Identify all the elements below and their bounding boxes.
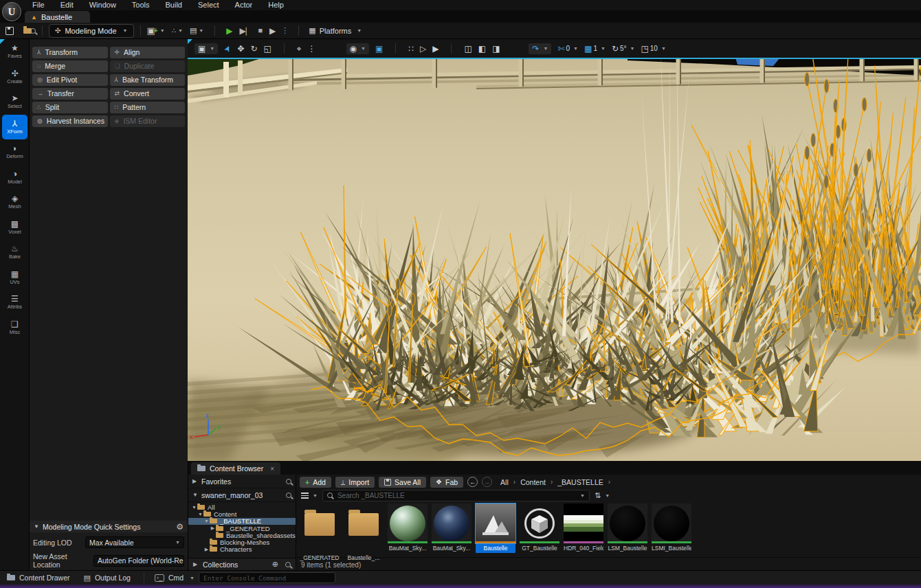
content-browser-shortcut[interactable] bbox=[23, 28, 36, 34]
cinematics-button[interactable]: ▤▼ bbox=[190, 27, 203, 34]
mode-tab-select[interactable]: ➤Select bbox=[0, 89, 30, 115]
mirror-x-icon[interactable]: ◫ bbox=[464, 45, 471, 53]
tool-pattern[interactable]: ∷Pattern bbox=[110, 102, 186, 113]
back-button[interactable]: ← bbox=[467, 477, 478, 487]
asset-gt-baustelle[interactable]: GT_Baustelle bbox=[520, 504, 559, 553]
tool-edit-pivot[interactable]: ◎Edit Pivot bbox=[32, 74, 108, 86]
mode-tab-attribs[interactable]: ☰Attribs bbox=[0, 290, 30, 315]
rotation-snap-control[interactable]: ↻5°▼ bbox=[612, 45, 635, 53]
import-button[interactable]: ↓Import bbox=[335, 477, 375, 488]
tool-convert[interactable]: ⇄Convert bbox=[110, 88, 186, 100]
asset-baustelle[interactable]: Baustelle bbox=[476, 504, 515, 553]
mode-tab-voxel[interactable]: ▩Voxel bbox=[0, 215, 30, 240]
search-input[interactable] bbox=[336, 491, 575, 500]
collections-row[interactable]: ▶ Collections ⊕ bbox=[188, 558, 296, 570]
console-command-input[interactable] bbox=[199, 572, 335, 583]
tool-merge[interactable]: ◌Merge bbox=[32, 60, 108, 72]
layer-snap-control[interactable]: ✄0▼ bbox=[557, 45, 578, 53]
save-all-button[interactable]: Save All bbox=[379, 477, 426, 488]
mirror-y-icon[interactable]: ◧ bbox=[478, 45, 486, 53]
breadcrumb-all[interactable]: All bbox=[500, 478, 509, 486]
search-icon[interactable] bbox=[286, 479, 291, 484]
editing-lod-dropdown[interactable]: Max Available▼ bbox=[85, 536, 184, 548]
mirror-z-icon[interactable]: ◨ bbox=[492, 45, 500, 53]
search-icon[interactable] bbox=[286, 493, 291, 498]
breadcrumb-_baustelle[interactable]: _BAUSTELLE bbox=[557, 478, 603, 486]
mode-tab-uvs[interactable]: ▦UVs bbox=[0, 265, 30, 291]
show-flags-icon[interactable]: ▣ bbox=[375, 45, 383, 53]
tree-folder-baustelle_sharedassets[interactable]: Baustelle_sharedassets bbox=[188, 532, 296, 539]
level-tab[interactable]: ▲ Baustelle bbox=[25, 11, 90, 23]
mode-tab-bake[interactable]: ♨Bake bbox=[0, 240, 30, 265]
mode-tab-mesh[interactable]: ◈Mesh bbox=[0, 190, 30, 215]
menu-build[interactable]: Build bbox=[159, 0, 188, 10]
asset-lsmi-baustelle[interactable]: LSMI_Baustelle bbox=[652, 504, 691, 553]
vertex-snap-icon[interactable]: ∷ bbox=[408, 45, 414, 53]
play-button[interactable]: ▶ bbox=[226, 27, 232, 35]
gizmo-options-icon[interactable]: ⋮ bbox=[308, 45, 316, 53]
menu-help[interactable]: Help bbox=[262, 0, 290, 10]
rotate-tool-icon[interactable]: ↻ bbox=[250, 45, 257, 53]
asset-lsm-baustelle[interactable]: LSM_Baustelle bbox=[608, 504, 647, 553]
gizmo-coordinate-icon[interactable]: ⌖ bbox=[297, 45, 302, 53]
add-button[interactable]: +Add bbox=[300, 477, 331, 488]
viewport-scene[interactable]: xyz bbox=[188, 58, 921, 461]
move-tool-icon[interactable]: ✥ bbox=[237, 45, 244, 53]
tree-folder-characters[interactable]: ▶Characters bbox=[188, 546, 296, 553]
surface-snap-dropdown[interactable]: ↷▼ bbox=[529, 43, 551, 54]
tool-transfer[interactable]: →Transfer bbox=[32, 88, 108, 100]
forward-button[interactable]: → bbox=[482, 477, 492, 487]
favorites-row[interactable]: ▶ Favorites bbox=[188, 475, 296, 488]
play-options-icon[interactable]: ⋮ bbox=[281, 26, 289, 35]
menu-actor[interactable]: Actor bbox=[229, 0, 259, 10]
tool-ism-editor[interactable]: ◈ISM Editor bbox=[110, 115, 186, 127]
selection-mode-dropdown[interactable]: ▣▼ bbox=[195, 43, 218, 54]
editor-mode-dropdown[interactable]: ✣ Modeling Mode ▼ bbox=[49, 24, 134, 38]
chevron-down-icon[interactable]: ▼ bbox=[580, 493, 585, 498]
project-row[interactable]: ▼ swanen_manor_03 bbox=[188, 488, 296, 502]
asset-baumat-sky-[interactable]: BauMat_Sky... bbox=[388, 504, 428, 553]
camera-mode-dropdown[interactable]: ◉▼ bbox=[346, 43, 369, 54]
mode-tab-deform[interactable]: ◗Deform bbox=[0, 139, 30, 165]
menu-tools[interactable]: Tools bbox=[126, 0, 156, 10]
output-log-button[interactable]: ▤ Output Log bbox=[77, 571, 137, 585]
select-tool-icon[interactable]: ➤ bbox=[223, 43, 233, 53]
platforms-dropdown[interactable]: ▦Platforms▼ bbox=[309, 27, 362, 35]
tree-folder-all[interactable]: ▼All bbox=[188, 504, 296, 510]
mode-tab-misc[interactable]: ❑Misc bbox=[0, 315, 30, 341]
tree-folder-blocking-meshes[interactable]: Blocking-Meshes bbox=[188, 539, 296, 545]
asset-location-dropdown[interactable]: AutoGen Folder (World-Relative)▼ bbox=[93, 555, 184, 567]
scale-tool-icon[interactable]: ◱ bbox=[263, 45, 271, 53]
grid-snap-control[interactable]: ▦1▼ bbox=[584, 45, 606, 53]
mode-tab-model[interactable]: ◑Model bbox=[0, 165, 30, 190]
blueprints-button[interactable]: ∴▼ bbox=[172, 27, 183, 34]
skip-frame-button[interactable]: ▶▏ bbox=[240, 27, 252, 35]
tool-split[interactable]: ∴Split bbox=[32, 102, 108, 113]
tool-harvest-instances[interactable]: ◍Harvest Instances bbox=[32, 115, 108, 127]
fab-button[interactable]: ❖Fab bbox=[430, 477, 463, 488]
tool-duplicate[interactable]: ❏Duplicate bbox=[110, 60, 186, 72]
breadcrumb-content[interactable]: Content bbox=[520, 478, 546, 486]
asset--generated[interactable]: _GENERATED bbox=[300, 504, 340, 563]
scale-snap-control[interactable]: ◳10▼ bbox=[641, 45, 665, 53]
tool-bake-transform[interactable]: ⅄Bake Transform bbox=[110, 74, 186, 86]
search-icon[interactable] bbox=[285, 562, 291, 567]
menu-window[interactable]: Window bbox=[83, 0, 122, 10]
content-drawer-button[interactable]: Content Drawer bbox=[0, 571, 77, 585]
filter-dropdown[interactable]: ▼ bbox=[301, 493, 318, 499]
gear-icon[interactable]: ⚙ bbox=[176, 522, 184, 532]
tree-folder-_baustelle[interactable]: ▼_BAUSTELLE bbox=[188, 518, 296, 525]
asset-baustelle-[interactable]: Baustelle_... bbox=[344, 504, 384, 563]
menu-edit[interactable]: Edit bbox=[54, 0, 80, 10]
add-actor-button[interactable]: ▣+▼ bbox=[147, 26, 165, 35]
quick-settings-header[interactable]: ▼ Modeling Mode Quick Settings ⚙ bbox=[30, 521, 188, 532]
launch-button[interactable]: ▶ bbox=[269, 27, 276, 35]
shaded-toggle-icon[interactable]: ▶ bbox=[432, 45, 439, 53]
tool-transform[interactable]: ⅄Transform bbox=[32, 47, 108, 58]
sort-settings-dropdown[interactable]: ⇅▼ bbox=[595, 491, 610, 500]
mode-tab-create[interactable]: ✣Create bbox=[0, 65, 30, 90]
close-icon[interactable]: × bbox=[270, 465, 274, 473]
asset-hdr-040-field-[interactable]: HDR_040_Field_... bbox=[564, 504, 603, 553]
stop-button[interactable]: ■ bbox=[258, 27, 263, 34]
menu-file[interactable]: File bbox=[26, 0, 51, 10]
